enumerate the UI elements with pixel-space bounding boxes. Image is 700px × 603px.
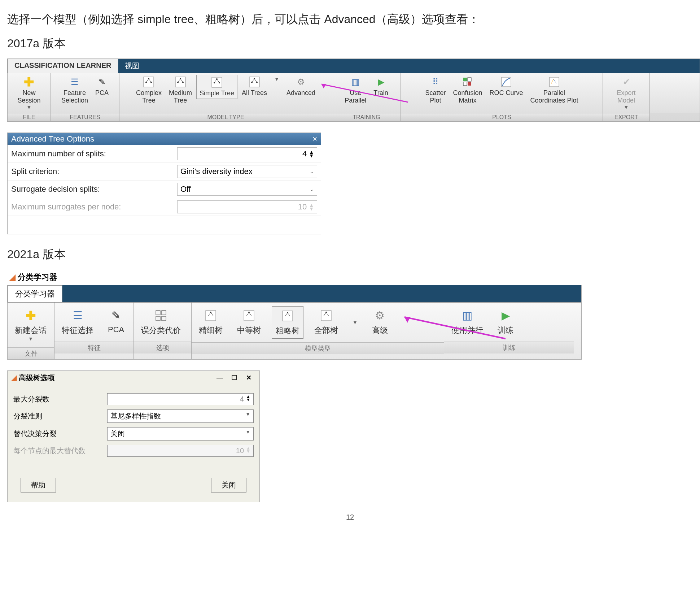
page-number: 12 <box>7 513 693 521</box>
roc-icon <box>500 76 512 88</box>
max-surrogates-label: Maximum surrogates per node: <box>11 202 177 212</box>
scatter-plot-button[interactable]: ⠿ Scatter Plot <box>422 75 449 106</box>
close-button[interactable]: × <box>312 134 317 144</box>
tab-classification-learner[interactable]: CLASSIFICATION LEARNER <box>8 59 118 73</box>
close-button[interactable]: ✕ <box>241 374 256 382</box>
svg-rect-28 <box>463 82 467 86</box>
misclass-label: 误分类代价 <box>141 325 181 336</box>
roc-curve-label: ROC Curve <box>490 89 523 97</box>
export-icon: ✔ <box>621 76 632 88</box>
medium-tree-label: Medium Tree <box>169 89 192 104</box>
checklist-icon: ☰ <box>69 76 80 88</box>
svg-rect-31 <box>550 77 559 87</box>
advanced-tree-options-2021: ◢ 高级树选项 — ☐ ✕ 最大分裂数 4 ▲▼ 分裂准则 基尼多样性指数 ▼ … <box>7 370 260 502</box>
pca-button-cn[interactable]: ✎ PCA <box>104 306 128 338</box>
feature-selection-button[interactable]: ☰ Feature Selection <box>58 75 91 106</box>
matrix-icon <box>462 76 473 88</box>
tab-classification-learner-cn[interactable]: 分类学习器 <box>8 285 62 302</box>
all-trees-label-cn: 全部树 <box>314 325 338 336</box>
surrogate-label-cn: 替代决策分裂 <box>13 429 107 439</box>
new-session-button[interactable]: ✚ New Session ▼ <box>14 75 43 112</box>
use-parallel-label: Use Parallel <box>345 89 366 104</box>
confusion-matrix-button[interactable]: Confusion Matrix <box>450 75 485 106</box>
checklist-icon: ☰ <box>70 308 85 323</box>
confusion-matrix-label: Confusion Matrix <box>453 89 482 104</box>
max-surrogates-input: 10 ▲▼ <box>177 200 317 213</box>
max-splits-input[interactable]: 4 ▲▼ <box>177 147 317 160</box>
new-session-label: New Session <box>17 89 40 104</box>
tree-icon <box>319 308 333 323</box>
use-parallel-button-cn[interactable]: ▥ 使用并行 <box>448 306 487 338</box>
max-surrogates-input-cn: 10 ▲▼ <box>107 445 254 457</box>
version-2021-label: 2021a 版本 <box>7 245 693 264</box>
coarse-tree-button[interactable]: 粗略树 <box>272 306 303 339</box>
maximize-button[interactable]: ☐ <box>227 374 241 382</box>
split-criterion-select[interactable]: Gini's diversity index ⌄ <box>177 165 317 178</box>
app-title-2021: ◢ 分类学习器 <box>7 270 693 285</box>
train-button-cn[interactable]: ▶ 训练 <box>494 306 517 338</box>
surrogate-value-cn: 关闭 <box>110 429 125 439</box>
pca-label: PCA <box>95 89 109 97</box>
parallel-coords-button[interactable]: Parallel Coordinates Plot <box>528 75 581 106</box>
chevron-down-icon: ▼ <box>274 76 279 82</box>
advanced-label-cn: 高级 <box>372 325 388 336</box>
misclass-cost-button[interactable]: 误分类代价 <box>137 306 184 338</box>
advanced-button-cn[interactable]: ⚙ 高级 <box>368 306 391 339</box>
feature-selection-label: Feature Selection <box>61 89 88 104</box>
tab-view[interactable]: 视图 <box>118 59 146 73</box>
close-action-button[interactable]: 关闭 <box>211 478 246 493</box>
svg-point-5 <box>150 82 152 83</box>
spinner-icon: ▲▼ <box>309 203 314 211</box>
all-trees-button[interactable]: All Trees <box>239 75 270 98</box>
tree-icon <box>175 76 186 88</box>
minimize-button[interactable]: — <box>213 374 227 382</box>
feature-selection-button-cn[interactable]: ☰ 特征选择 <box>58 306 97 338</box>
tree-icon <box>143 76 154 88</box>
model-type-dropdown[interactable]: ▼ <box>271 75 282 83</box>
chevron-down-icon: ▼ <box>245 411 250 421</box>
advanced-button[interactable]: ⚙ Advanced <box>284 75 318 98</box>
surrogate-select-cn[interactable]: 关闭 ▼ <box>107 427 254 441</box>
group-model-type-label-cn: 模型类型 <box>192 342 444 354</box>
intro-text: 选择一个模型（例如选择 simple tree、粗略树）后，可以点击 Advan… <box>7 10 693 29</box>
play-icon: ▶ <box>375 76 387 88</box>
spinner-icon[interactable]: ▲▼ <box>309 150 314 157</box>
simple-tree-button[interactable]: Simple Tree <box>196 75 237 99</box>
help-button[interactable]: 帮助 <box>21 478 56 493</box>
medium-tree-button[interactable]: Medium Tree <box>166 75 195 106</box>
fine-tree-button[interactable]: 精细树 <box>195 306 226 339</box>
split-criterion-label: Split criterion: <box>11 167 177 176</box>
svg-rect-36 <box>156 316 160 321</box>
group-plots-label: PLOTS <box>401 113 603 121</box>
gear-icon: ⚙ <box>295 76 307 88</box>
spinner-icon[interactable]: ▲▼ <box>246 395 250 403</box>
train-button[interactable]: ▶ Train <box>371 75 391 98</box>
export-model-button[interactable]: ✔ Export Model ▼ <box>614 75 638 112</box>
app-title-text: 分类学习器 <box>18 272 57 283</box>
use-parallel-button[interactable]: ▥ Use Parallel <box>342 75 369 106</box>
surrogate-select[interactable]: Off ⌄ <box>177 183 317 196</box>
max-splits-input-cn[interactable]: 4 ▲▼ <box>107 393 254 405</box>
chevron-down-icon: ▼ <box>353 320 358 325</box>
complex-tree-button[interactable]: Complex Tree <box>133 75 165 106</box>
svg-rect-27 <box>468 78 471 81</box>
pca-button[interactable]: ✎ PCA <box>92 75 111 98</box>
medium-tree-button-cn[interactable]: 中等树 <box>233 306 264 339</box>
model-type-dropdown-cn[interactable]: ▼ <box>349 306 361 339</box>
split-criterion-select-cn[interactable]: 基尼多样性指数 ▼ <box>107 409 254 423</box>
group-file-label: FILE <box>8 113 51 121</box>
advanced-tree-options-2017: Advanced Tree Options × Maximum number o… <box>7 133 321 234</box>
export-model-label: Export Model <box>617 89 635 104</box>
scatter-icon: ⠿ <box>430 76 441 88</box>
feature-selection-label-cn: 特征选择 <box>62 325 93 336</box>
coarse-tree-label: 粗略树 <box>276 325 299 336</box>
matlab-icon: ◢ <box>9 273 16 282</box>
tree-icon <box>249 76 260 88</box>
version-2017-label: 2017a 版本 <box>7 34 693 53</box>
new-session-button-cn[interactable]: ✚ 新建会话 ▼ <box>11 306 50 344</box>
max-splits-label: Maximum number of splits: <box>11 149 177 159</box>
all-trees-button-cn[interactable]: 全部树 <box>311 306 342 339</box>
group-export-label: EXPORT <box>603 113 650 121</box>
toolbar-2017: CLASSIFICATION LEARNER 视图 ✚ New Session … <box>7 58 700 122</box>
roc-curve-button[interactable]: ROC Curve <box>487 75 526 98</box>
